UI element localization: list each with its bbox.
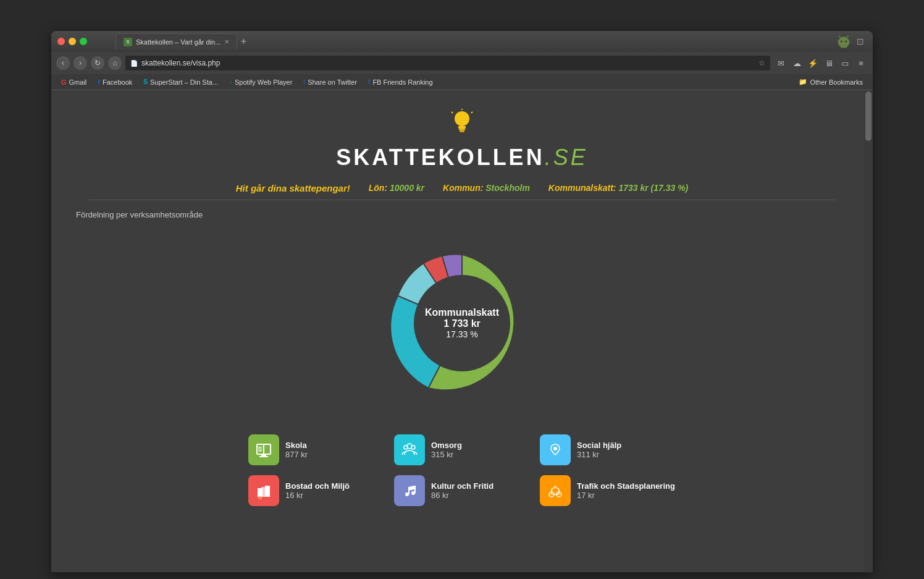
tab-label: Skattekollen – Vart går din... <box>136 38 220 46</box>
skola-icon-box <box>248 434 279 465</box>
other-bookmarks[interactable]: 📁 Other Bookmarks <box>794 77 868 87</box>
bookmark-facebook[interactable]: f Facebook <box>93 77 137 87</box>
lon-info: Lön: 10000 kr <box>369 183 424 193</box>
active-tab[interactable]: S Skattekollen – Vart går din... ✕ <box>116 33 237 49</box>
svg-rect-3 <box>841 44 842 48</box>
legend-social: Social hjälp 311 kr <box>540 434 676 465</box>
trafik-icon-box <box>540 475 571 506</box>
svg-rect-12 <box>460 130 464 132</box>
new-tab-button[interactable]: + <box>237 33 250 49</box>
svg-rect-10 <box>458 126 466 129</box>
logo-main: SKATTEKOLLEN <box>336 145 544 170</box>
android-decoration <box>834 32 853 51</box>
other-bookmarks-label: Other Bookmarks <box>810 78 863 86</box>
svg-rect-1 <box>838 40 840 44</box>
address-bar[interactable]: 📄 skattekollen.se/visa.php ☆ <box>125 56 770 70</box>
social-text: Social hjälp 311 kr <box>577 441 621 459</box>
superstart-icon: S <box>143 78 148 85</box>
kommunalskatt-info: Kommunalskatt: 1733 kr (17.33 %) <box>548 183 688 193</box>
maximize-button[interactable] <box>80 38 87 45</box>
bookmark-twitter[interactable]: t Share on Twitter <box>298 77 362 87</box>
logo-area: SKATTEKOLLEN.se <box>51 90 873 177</box>
svg-rect-30 <box>258 450 262 452</box>
bookmark-spotify-label: Spotify Web Player <box>235 78 292 86</box>
url-text: skattekollen.se/visa.php <box>141 59 220 67</box>
kultur-text: Kultur och Fritid 86 kr <box>431 481 494 500</box>
nav-icons: ✉ ☁ ⚡ 🖥 ▭ ≡ <box>774 56 868 70</box>
svg-point-34 <box>553 447 557 450</box>
bookmark-gmail-label: Gmail <box>69 78 87 86</box>
resize-icon: ⊡ <box>857 36 867 46</box>
trafik-text: Trafik och Stadsplanering 17 kr <box>577 481 675 500</box>
svg-point-9 <box>455 111 469 126</box>
home-button[interactable]: ⌂ <box>108 56 122 70</box>
bookmark-superstart[interactable]: S SuperStart – Din Sta... <box>138 77 223 87</box>
forward-button[interactable]: › <box>74 56 87 70</box>
tab-favicon: S <box>124 38 132 46</box>
svg-rect-27 <box>259 456 268 457</box>
svg-rect-28 <box>258 447 262 448</box>
social-icon-box <box>540 434 571 465</box>
logo-text: SKATTEKOLLEN.se <box>51 145 873 171</box>
svg-line-15 <box>471 112 472 113</box>
bookmark-star-icon[interactable]: ☆ <box>758 59 765 67</box>
fb-ranking-icon: f <box>368 78 370 85</box>
kultur-icon-box <box>394 475 425 506</box>
legend-grid: Skola 877 kr <box>184 422 740 518</box>
svg-line-14 <box>452 112 453 113</box>
bostad-icon-box <box>248 475 279 506</box>
facebook-icon: f <box>98 78 100 86</box>
chart-container: Kommunalskatt 1 733 kr 17.33 % <box>51 224 873 422</box>
svg-rect-42 <box>414 486 416 493</box>
legend-omsorg: Omsorg 315 kr <box>394 434 530 465</box>
cloud-icon[interactable]: ☁ <box>790 56 804 70</box>
legend-trafik: Trafik och Stadsplanering 17 kr <box>540 475 676 506</box>
legend-skola: Skola 877 kr <box>248 434 384 465</box>
close-button[interactable] <box>57 38 65 45</box>
folder-icon: 📁 <box>799 78 807 86</box>
kommun-info: Kommun: Stockholm <box>443 183 530 193</box>
bulb-icon <box>51 109 873 141</box>
reload-button[interactable]: ↻ <box>91 56 104 70</box>
menu-icon[interactable]: ≡ <box>854 56 868 70</box>
svg-rect-2 <box>847 40 849 44</box>
page-content: SKATTEKOLLEN.se Hit går dina skattepenga… <box>51 90 873 572</box>
gmail-icon: G <box>61 78 67 86</box>
email-icon[interactable]: ✉ <box>774 56 788 70</box>
svg-line-7 <box>839 36 841 38</box>
omsorg-icon-box <box>394 434 425 465</box>
bookmark-gmail[interactable]: G Gmail <box>56 77 91 87</box>
bookmark-fb-ranking[interactable]: f FB Friends Ranking <box>363 77 438 87</box>
info-bar: Hit går dina skattepengar! Lön: 10000 kr… <box>88 177 836 200</box>
cast-icon[interactable]: ▭ <box>838 56 852 70</box>
back-button[interactable]: ‹ <box>56 56 70 70</box>
bookmarks-bar: G Gmail f Facebook S SuperStart – Din St… <box>51 74 873 90</box>
svg-line-8 <box>847 36 848 38</box>
lightning-icon[interactable]: ⚡ <box>806 56 820 70</box>
svg-point-5 <box>841 41 842 43</box>
donut-chart: Kommunalskatt 1 733 kr 17.33 % <box>376 237 548 410</box>
minimize-button[interactable] <box>69 38 76 45</box>
omsorg-text: Omsorg 315 kr <box>431 441 462 459</box>
bostad-text: Bostad och Miljö 16 kr <box>285 481 350 500</box>
bookmark-fb-ranking-label: FB Friends Ranking <box>372 78 432 86</box>
skola-text: Skola 877 kr <box>285 441 308 459</box>
legend-bostad: Bostad och Miljö 16 kr <box>248 475 384 506</box>
scroll-thumb[interactable] <box>865 91 872 141</box>
svg-rect-11 <box>459 129 465 130</box>
bookmark-spotify[interactable]: ♪ Spotify Web Player <box>224 77 297 87</box>
legend-kultur: Kultur och Fritid 86 kr <box>394 475 530 506</box>
bookmark-superstart-label: SuperStart – Din Sta... <box>150 78 218 86</box>
twitter-icon: t <box>303 78 305 85</box>
section-title: Fördelning per verksamhetsområde <box>51 200 873 224</box>
svg-rect-26 <box>261 454 266 456</box>
spotify-icon: ♪ <box>229 78 232 85</box>
svg-rect-36 <box>265 486 270 497</box>
tab-close-button[interactable]: ✕ <box>224 38 229 45</box>
svg-rect-29 <box>258 449 262 450</box>
logo-se: .se <box>545 145 588 170</box>
monitor-icon[interactable]: 🖥 <box>822 56 836 70</box>
nav-bar: ‹ › ↻ ⌂ 📄 skattekollen.se/visa.php ☆ ✉ ☁… <box>51 52 873 74</box>
bookmark-twitter-label: Share on Twitter <box>308 78 357 86</box>
svg-rect-37 <box>261 487 265 497</box>
